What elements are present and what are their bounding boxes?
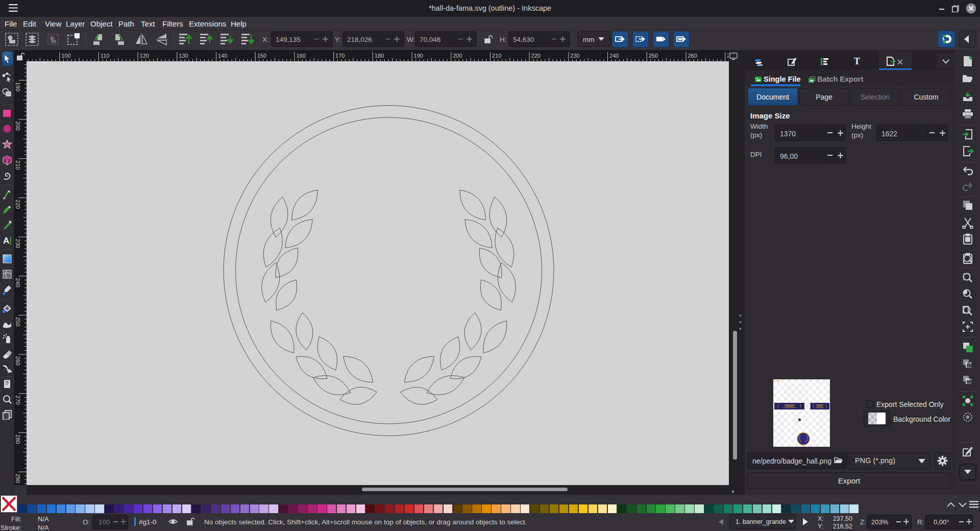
- svg-text:200: 200: [453, 53, 462, 59]
- svg-text:130: 130: [179, 53, 188, 59]
- svg-text:110: 110: [100, 53, 109, 59]
- svg-text:260: 260: [15, 356, 21, 366]
- svg-text:280: 280: [15, 435, 21, 444]
- svg-text:A: A: [3, 236, 9, 246]
- svg-text:170: 170: [335, 53, 345, 59]
- svg-text:240: 240: [609, 53, 619, 59]
- svg-text:160: 160: [296, 53, 305, 59]
- svg-text:140: 140: [218, 53, 227, 59]
- svg-text:290: 290: [15, 474, 21, 483]
- svg-text:220: 220: [531, 53, 540, 59]
- svg-text:190: 190: [413, 53, 423, 59]
- svg-text:180: 180: [374, 53, 383, 59]
- svg-text:210: 210: [492, 53, 501, 59]
- svg-text:100: 100: [61, 53, 70, 59]
- svg-text:230: 230: [570, 53, 579, 59]
- svg-text:220: 220: [15, 200, 21, 209]
- svg-text:120: 120: [139, 53, 149, 59]
- svg-text:210: 210: [15, 160, 21, 170]
- svg-text:190: 190: [15, 82, 21, 91]
- svg-text:250: 250: [15, 317, 21, 326]
- svg-text:250: 250: [648, 53, 657, 59]
- svg-text:240: 240: [15, 278, 21, 287]
- svg-text:270: 270: [15, 395, 21, 404]
- svg-text:200: 200: [15, 121, 21, 130]
- svg-text:260: 260: [688, 53, 697, 59]
- svg-text:150: 150: [257, 53, 266, 59]
- svg-text:230: 230: [15, 239, 21, 248]
